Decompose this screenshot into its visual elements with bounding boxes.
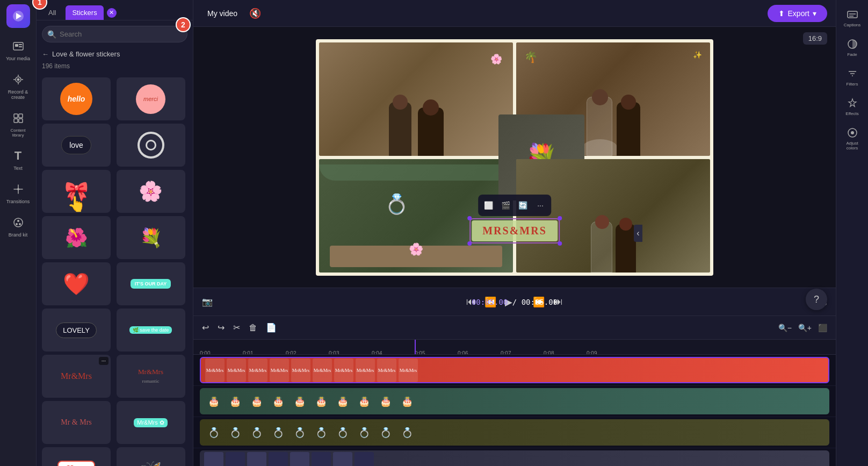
- page-button[interactable]: 📄: [264, 320, 279, 335]
- sidebar-label-content-library: Content library: [4, 128, 32, 138]
- sticker-mr-mrs-2[interactable]: Mr&Mrsromantic: [117, 355, 185, 398]
- sticker-mr-mrs-3[interactable]: Mr & Mrs: [42, 401, 111, 444]
- svg-point-28: [851, 131, 854, 134]
- sticker-bouquet[interactable]: 💐: [117, 216, 185, 259]
- wedding-scene-1: 🌸 🎂: [319, 42, 513, 156]
- audio-icon[interactable]: 🔇: [249, 8, 261, 19]
- sidebar-label-transitions: Transitions: [6, 199, 30, 204]
- fit-timeline-button[interactable]: ⬛: [816, 321, 829, 334]
- zoom-in-button[interactable]: 🔍+: [796, 321, 814, 334]
- sticker-crop-button[interactable]: ⬜: [481, 198, 496, 213]
- track-cake: 🎂 🎂 🎂 🎂 🎂 🎂 🎂 🎂 🎂 🎂: [193, 386, 836, 417]
- sidebar-label-text: Text: [13, 166, 23, 171]
- breadcrumb-back[interactable]: ←: [42, 50, 49, 58]
- search-input[interactable]: [42, 26, 187, 42]
- sticker-butterfly[interactable]: 🦋: [117, 447, 185, 466]
- filters-tool[interactable]: Filters: [838, 63, 866, 91]
- time-ruler: 0:00 0:01 0:02 0:03 0:04 0:05 0:06 0:07 …: [193, 340, 836, 355]
- fade-icon: [847, 38, 858, 50]
- timeline-tracks: Mr&Mrs Mr&Mrs Mr&Mrs Mr&Mrs Mr&Mrs Mr&Mr…: [193, 355, 836, 466]
- tab-stickers[interactable]: Stickers: [66, 5, 103, 20]
- undo-button[interactable]: ↩: [200, 320, 211, 335]
- photo-top-left: 🌸 🎂: [319, 42, 513, 156]
- panel-tabs: All Stickers ✕ 1: [37, 0, 193, 20]
- timeline-playhead[interactable]: [415, 340, 416, 354]
- top-bar: My video 🔇 ⬆ Export ▾: [193, 0, 836, 27]
- track-ring-content[interactable]: 💍 💍 💍 💍 💍 💍 💍 💍 💍 💍: [200, 419, 829, 446]
- cut-button[interactable]: ✂: [231, 320, 242, 335]
- svg-rect-20: [848, 11, 857, 18]
- video-canvas[interactable]: 🌸 🎂: [316, 39, 713, 276]
- captions-tool[interactable]: Captions: [838, 4, 866, 32]
- svg-rect-4: [19, 46, 22, 47]
- sticker-loop-button[interactable]: 🔄: [516, 198, 531, 213]
- svg-point-6: [17, 78, 19, 81]
- zoom-out-button[interactable]: 🔍−: [776, 321, 794, 334]
- sticker-ring[interactable]: [117, 124, 185, 167]
- effects-tool[interactable]: Effects: [838, 93, 866, 120]
- sticker-more-button[interactable]: ···: [99, 357, 108, 365]
- sticker-pink-circle[interactable]: merci: [117, 77, 185, 120]
- fade-label: Fade: [847, 52, 857, 57]
- sidebar-item-transitions[interactable]: Transitions: [2, 177, 34, 209]
- video-title-button[interactable]: My video: [202, 6, 243, 21]
- track-mr-mrs-content[interactable]: Mr&Mrs Mr&Mrs Mr&Mrs Mr&Mrs Mr&Mrs Mr&Mr…: [200, 357, 829, 383]
- track-cake-content[interactable]: 🎂 🎂 🎂 🎂 🎂 🎂 🎂 🎂 🎂 🎂: [200, 388, 829, 414]
- track-mr-mrs: Mr&Mrs Mr&Mrs Mr&Mrs Mr&Mrs Mr&Mrs Mr&Mr…: [193, 355, 836, 386]
- sticker-its-our-day[interactable]: IT'S OUR DAY: [117, 262, 185, 305]
- tab-stickers-close[interactable]: ✕: [107, 8, 117, 18]
- help-button[interactable]: ?: [806, 289, 827, 310]
- export-icon: ⬆: [778, 9, 785, 18]
- playback-bar: 📷 ⏮ ⏪ ▶ ⏩ ⏭ 00:05.00 / 00:05.00 ⛶: [193, 288, 836, 316]
- media-icon: [11, 39, 26, 54]
- sticker-bow[interactable]: 🎀 👆: [42, 170, 111, 213]
- sticker-lovely[interactable]: LOVELY: [42, 309, 111, 352]
- camera-icon[interactable]: 📷: [202, 297, 213, 307]
- adjust-colors-icon: [847, 127, 858, 139]
- adjust-colors-label: Adjust colors: [841, 141, 864, 150]
- sidebar-item-text[interactable]: T Text: [2, 144, 34, 175]
- track-photos-content[interactable]: [200, 450, 829, 466]
- track-ring: 💍 💍 💍 💍 💍 💍 💍 💍 💍 💍: [193, 417, 836, 448]
- redo-button[interactable]: ↪: [215, 320, 227, 335]
- sidebar-item-record[interactable]: Record & create: [2, 68, 34, 104]
- ruler-mark-3: 0:03: [329, 350, 339, 355]
- delete-button[interactable]: 🗑: [247, 321, 259, 335]
- aspect-ratio-badge: 16:9: [803, 33, 827, 43]
- app-logo[interactable]: [6, 4, 30, 28]
- sticker-heart[interactable]: ❤️: [42, 262, 111, 305]
- sticker-love[interactable]: love: [42, 124, 111, 167]
- right-sidebar: Captions Fade Filters Effects Adjust col…: [836, 0, 868, 466]
- timeline-toolbar: ↩ ↪ ✂ 🗑 📄 🔍− 🔍+ ⬛: [193, 316, 836, 340]
- ruler-mark-7: 0:07: [501, 350, 511, 355]
- export-button[interactable]: ⬆ Export ▾: [768, 5, 827, 22]
- ruler-mark-9: 0:09: [587, 350, 597, 355]
- sticker-green-text[interactable]: 🌿 save the date: [117, 309, 185, 352]
- time-separator: /: [512, 298, 517, 306]
- sticker-hello[interactable]: hello: [42, 77, 111, 120]
- svg-point-16: [14, 218, 23, 227]
- panel-item-count: 196 items: [37, 60, 193, 74]
- ruler-mark-6: 0:06: [458, 350, 468, 355]
- sticker-more-options-button[interactable]: ···: [533, 198, 548, 213]
- transitions-icon: [11, 182, 26, 197]
- tab-all[interactable]: All: [42, 5, 62, 20]
- sidebar-item-brand-kit[interactable]: Brand kit: [2, 211, 34, 242]
- sticker-video-button[interactable]: 🎬: [498, 198, 513, 213]
- sticker-floral-ring[interactable]: 🌸: [117, 170, 185, 213]
- sticker-flowers[interactable]: 🌺: [42, 216, 111, 259]
- export-dropdown-icon: ▾: [813, 9, 816, 18]
- sticker-mr-mrs-green[interactable]: Mr&Mrs ✿: [117, 401, 185, 444]
- effects-label: Effects: [845, 111, 858, 116]
- mrs-sticker-selected[interactable]: MRS&MRS ⬜ 🎬 🔄 ···: [469, 218, 560, 243]
- sidebar-item-your-media[interactable]: Your media: [2, 34, 34, 66]
- collapse-panel-button[interactable]: ‹: [634, 225, 642, 242]
- ruler-mark-1: 0:01: [243, 350, 253, 355]
- svg-point-15: [17, 188, 19, 190]
- fade-tool[interactable]: Fade: [838, 34, 866, 61]
- captions-label: Captions: [844, 23, 861, 27]
- sidebar-item-content-library[interactable]: Content library: [2, 106, 34, 142]
- sticker-mr-mrs-1[interactable]: Mr&Mrs ··· Add to timeline 👆 3: [42, 355, 111, 398]
- sticker-i-love-you[interactable]: I ❤️ YOU: [42, 447, 111, 466]
- adjust-colors-tool[interactable]: Adjust colors: [838, 123, 866, 155]
